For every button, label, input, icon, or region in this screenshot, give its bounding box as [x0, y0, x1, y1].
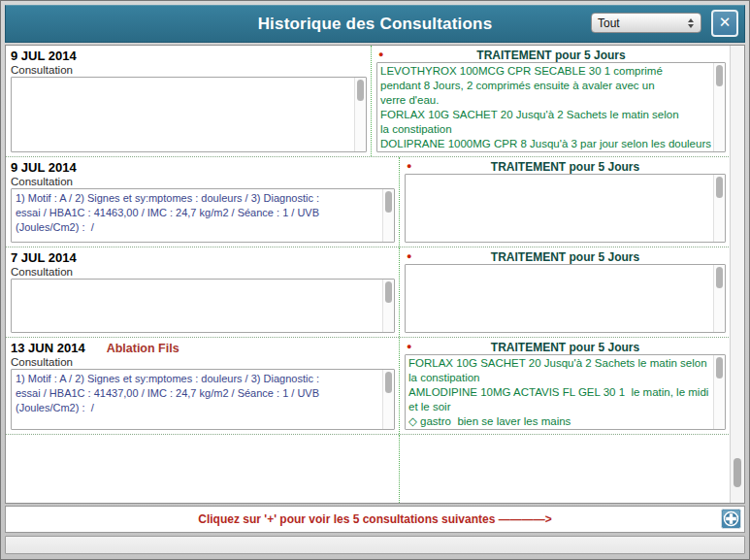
treatment-scrollbar[interactable] — [713, 355, 725, 429]
consultation-row: 9 JUL 2014 Consultation 1) Motif : A / 2… — [6, 157, 731, 247]
close-button[interactable]: ✕ — [711, 10, 738, 37]
treatment-cell: ● TRAITEMENT pour 5 Jours LEVOTHYROX 100… — [372, 46, 731, 156]
note-line: essai / HBA1C : 41463,00 / IMC : 24,7 kg… — [16, 206, 380, 220]
treatment-line: AMLODIPINE 10MG ACTAVIS FL GEL 30 1 le m… — [408, 385, 711, 400]
main-scrollbar[interactable] — [730, 46, 744, 503]
window-frame: Historique des Consultations Tout ✕ 9 JU… — [0, 0, 750, 560]
consultation-cell: 9 JUL 2014 Consultation 1) Motif : A / 2… — [6, 157, 400, 247]
note-scrollbar[interactable] — [382, 370, 394, 429]
note-line: 1) Motif : A / 2) Signes et sy:mptomes :… — [16, 372, 380, 386]
treatment-header: TRAITEMENT pour 5 Jours — [491, 250, 639, 264]
treatment-line: pendant 8 Jours, 2 comprimés ensuite à a… — [380, 79, 711, 93]
consultation-cell: 7 JUL 2014 Consultation — [6, 247, 400, 337]
scrollbar-thumb[interactable] — [716, 357, 723, 379]
next-page-button[interactable] — [721, 509, 741, 529]
consultation-list: 9 JUL 2014 Consultation ● TRAIT — [5, 45, 745, 504]
main-scrollbar-thumb[interactable] — [734, 458, 741, 487]
treatment-line: LEVOTHYROX 100MCG CPR SECABLE 30 1 compr… — [380, 64, 711, 79]
consultation-date: 9 JUL 2014 — [11, 160, 77, 175]
note-line: essai / HBA1C : 41437,00 / IMC : 24,7 kg… — [16, 386, 380, 401]
scrollbar-thumb[interactable] — [385, 191, 392, 213]
note-line: 1) Motif : A / 2) Signes et sy:mptomes :… — [16, 191, 380, 206]
pagination-bar: Cliquez sur '+' pour voir les 5 consulta… — [5, 506, 745, 533]
treatment-scrollbar[interactable] — [713, 265, 725, 332]
note-scrollbar[interactable] — [354, 78, 366, 151]
consultation-type-label: Consultation — [11, 265, 395, 279]
record-bullet-icon: ● — [378, 48, 383, 61]
consultation-date: 13 JUN 2014 — [11, 341, 85, 355]
consultation-row: 9 JUL 2014 Consultation ● TRAIT — [6, 46, 731, 157]
scrollbar-thumb[interactable] — [716, 65, 723, 86]
consultation-note-box[interactable] — [11, 77, 367, 152]
consultation-note-box[interactable]: 1) Motif : A / 2) Signes et sy:mptomes :… — [11, 188, 395, 243]
scrollbar-thumb[interactable] — [716, 267, 723, 288]
treatment-cell: ● TRAITEMENT pour 5 Jours FORLAX 10G SAC… — [400, 338, 731, 434]
record-bullet-icon: ● — [407, 159, 411, 173]
treatment-header: TRAITEMENT pour 5 Jours — [491, 160, 639, 174]
note-line: (Joules/Cm2) : / — [16, 220, 380, 235]
close-icon: ✕ — [719, 14, 732, 31]
consultation-row: 13 JUN 2014Ablation Fils Consultation 1)… — [6, 338, 731, 435]
note-scrollbar[interactable] — [382, 280, 394, 332]
treatment-header: TRAITEMENT pour 5 Jours — [476, 49, 625, 62]
treatment-line: verre d'eau. — [380, 93, 711, 108]
treatment-scrollbar[interactable] — [713, 63, 725, 151]
treatment-line: FORLAX 10G SACHET 20 Jusqu'à 2 Sachets l… — [380, 108, 711, 122]
consultation-date: 9 JUL 2014 — [11, 49, 77, 63]
treatment-cell: ● TRAITEMENT pour 5 Jours — [400, 247, 731, 337]
consultation-cell: 13 JUN 2014Ablation Fils Consultation 1)… — [6, 338, 400, 434]
scrollbar-thumb[interactable] — [385, 372, 392, 393]
consultation-rows: 9 JUL 2014 Consultation ● TRAIT — [6, 46, 731, 503]
consultation-tag: Ablation Fils — [107, 342, 179, 355]
scrollbar-thumb[interactable] — [357, 80, 364, 101]
status-bar — [5, 536, 745, 554]
note-scrollbar[interactable] — [382, 189, 394, 242]
consultation-type-label: Consultation — [11, 355, 395, 369]
treatment-line: FORLAX 10G SACHET 20 Jusqu'à 2 Sachets l… — [408, 356, 711, 371]
consultation-note-box[interactable]: 1) Motif : A / 2) Signes et sy:mptomes :… — [11, 369, 395, 430]
consultation-cell: 9 JUL 2014 Consultation — [6, 46, 372, 156]
filter-dropdown[interactable]: Tout — [591, 13, 701, 33]
record-bullet-icon: ● — [407, 249, 411, 263]
treatment-line: la constipation — [380, 122, 711, 137]
consultation-type-label: Consultation — [11, 63, 367, 77]
chevron-up-down-icon — [688, 18, 694, 28]
consultation-date: 7 JUL 2014 — [11, 250, 77, 265]
treatment-line: ◇ gastro bien se laver les mains — [408, 414, 711, 429]
treatment-line: la constipation — [408, 371, 711, 385]
treatment-box[interactable] — [405, 174, 726, 243]
filter-dropdown-value: Tout — [598, 16, 688, 30]
empty-row — [6, 435, 731, 503]
scrollbar-thumb[interactable] — [385, 281, 392, 303]
treatment-cell: ● TRAITEMENT pour 5 Jours — [400, 157, 731, 247]
consultation-type-label: Consultation — [11, 175, 395, 188]
record-bullet-icon: ● — [407, 340, 411, 353]
next-consultations-hint: Cliquez sur '+' pour voir les 5 consulta… — [198, 512, 551, 526]
plus-circle-icon — [721, 509, 741, 529]
treatment-scrollbar[interactable] — [713, 175, 725, 242]
scrollbar-thumb[interactable] — [716, 177, 723, 198]
consultation-note-box[interactable] — [11, 279, 395, 333]
treatment-box[interactable] — [405, 264, 726, 333]
treatment-header: TRAITEMENT pour 5 Jours — [491, 341, 639, 354]
treatment-box[interactable]: LEVOTHYROX 100MCG CPR SECABLE 30 1 compr… — [376, 62, 726, 152]
treatment-line: et le soir — [408, 400, 711, 414]
titlebar: Historique des Consultations Tout ✕ — [5, 5, 745, 43]
treatment-line-clipped: DOLIPRANE 1000MG CPR 8 Jusqu'à 3 par jou… — [380, 137, 711, 151]
consultation-row: 7 JUL 2014 Consultation ● TRAIT — [6, 247, 731, 338]
note-line: (Joules/Cm2) : / — [16, 401, 380, 415]
treatment-box[interactable]: FORLAX 10G SACHET 20 Jusqu'à 2 Sachets l… — [405, 354, 726, 430]
